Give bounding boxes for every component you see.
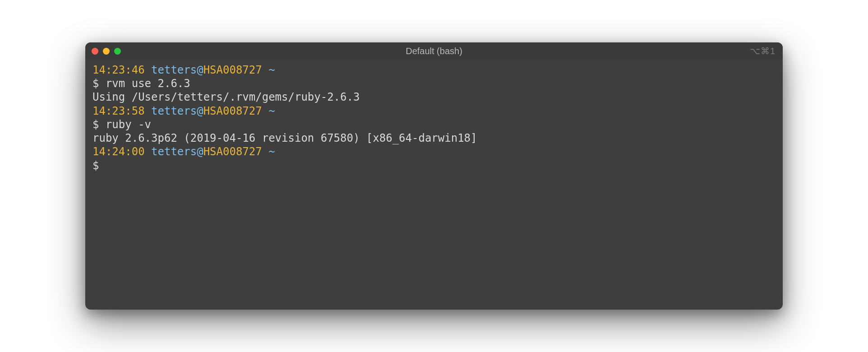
titlebar: Default (bash) ⌥⌘1 bbox=[85, 42, 783, 60]
terminal-content[interactable]: 14:23:46 tetters@HSA008727 ~ $ rvm use 2… bbox=[85, 60, 783, 310]
prompt-line: 14:23:58 tetters@HSA008727 ~ bbox=[92, 104, 776, 118]
command-line: $ ruby -v bbox=[92, 118, 776, 131]
prompt-line: 14:24:00 tetters@HSA008727 ~ bbox=[92, 145, 776, 158]
prompt-at: @ bbox=[197, 145, 203, 158]
command-text: rvm use 2.6.3 bbox=[106, 77, 190, 90]
prompt-symbol: $ bbox=[92, 159, 106, 172]
command-line: $ rvm use 2.6.3 bbox=[92, 77, 776, 90]
prompt-path: ~ bbox=[262, 64, 275, 76]
prompt-symbol: $ bbox=[92, 77, 106, 90]
prompt-user: tetters bbox=[151, 64, 197, 76]
prompt-time: 14:23:58 bbox=[92, 105, 145, 117]
prompt-user: tetters bbox=[151, 105, 197, 117]
prompt-user: tetters bbox=[151, 145, 197, 158]
prompt-symbol: $ bbox=[92, 118, 106, 131]
prompt-path: ~ bbox=[262, 105, 275, 117]
pane-shortcut-label: ⌥⌘1 bbox=[750, 46, 776, 56]
prompt-host: HSA008727 bbox=[203, 105, 262, 117]
prompt-at: @ bbox=[197, 105, 203, 117]
traffic-lights bbox=[92, 48, 121, 55]
output-line: ruby 2.6.3p62 (2019-04-16 revision 67580… bbox=[92, 131, 776, 145]
prompt-path: ~ bbox=[262, 145, 275, 158]
prompt-at: @ bbox=[197, 64, 203, 76]
window-title: Default (bash) bbox=[85, 46, 783, 56]
output-line: Using /Users/tetters/.rvm/gems/ruby-2.6.… bbox=[92, 90, 776, 104]
zoom-icon[interactable] bbox=[114, 48, 121, 55]
command-line[interactable]: $ bbox=[92, 159, 776, 172]
prompt-time: 14:24:00 bbox=[92, 145, 145, 158]
prompt-line: 14:23:46 tetters@HSA008727 ~ bbox=[92, 63, 776, 77]
command-text: ruby -v bbox=[106, 118, 151, 131]
prompt-host: HSA008727 bbox=[203, 64, 262, 76]
prompt-host: HSA008727 bbox=[203, 145, 262, 158]
prompt-time: 14:23:46 bbox=[92, 64, 145, 76]
close-icon[interactable] bbox=[92, 48, 98, 55]
minimize-icon[interactable] bbox=[103, 48, 110, 55]
terminal-window: Default (bash) ⌥⌘1 14:23:46 tetters@HSA0… bbox=[85, 42, 783, 310]
